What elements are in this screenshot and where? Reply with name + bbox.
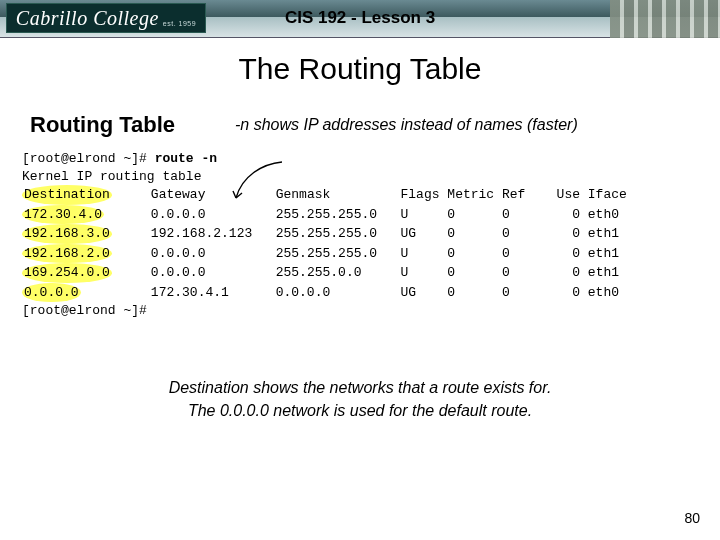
section-row: Routing Table -n shows IP addresses inst… xyxy=(30,112,690,138)
section-head: Routing Table xyxy=(30,112,175,138)
slide-body: The Routing Table Routing Table -n shows… xyxy=(0,38,720,422)
caption-block: Destination shows the networks that a ro… xyxy=(30,376,690,422)
flag-annotation: -n shows IP addresses instead of names (… xyxy=(235,116,578,134)
header-pillars-image xyxy=(610,0,720,38)
slide-title: The Routing Table xyxy=(30,52,690,86)
terminal-output: [root@elrond ~]# route -n Kernel IP rout… xyxy=(22,150,690,320)
route-row: 0.0.0.0 172.30.4.1 0.0.0.0 UG 0 0 0 eth0 xyxy=(22,285,619,300)
route-row: 192.168.3.0 192.168.2.123 255.255.255.0 … xyxy=(22,226,619,241)
page-number: 80 xyxy=(684,510,700,526)
col-headers: Destination Gateway Genmask Flags Metric… xyxy=(22,187,627,202)
college-logo: Cabrillo College est. 1959 xyxy=(6,3,206,33)
header-bar: Cabrillo College est. 1959 CIS 192 - Les… xyxy=(0,0,720,38)
prompt-line-2: [root@elrond ~]# xyxy=(22,303,147,318)
kernel-line: Kernel IP routing table xyxy=(22,169,201,184)
route-row: 172.30.4.0 0.0.0.0 255.255.255.0 U 0 0 0… xyxy=(22,207,619,222)
route-row: 169.254.0.0 0.0.0.0 255.255.0.0 U 0 0 0 … xyxy=(22,265,619,280)
logo-text: Cabrillo College xyxy=(16,7,159,30)
route-row: 192.168.2.0 0.0.0.0 255.255.255.0 U 0 0 … xyxy=(22,246,619,261)
route-command: route -n xyxy=(155,151,217,166)
prompt-line-1: [root@elrond ~]# route -n xyxy=(22,151,217,166)
dest-header: Destination xyxy=(22,185,112,205)
caption-line-1: Destination shows the networks that a ro… xyxy=(169,379,552,396)
logo-est: est. 1959 xyxy=(163,20,196,27)
caption-line-2: The 0.0.0.0 network is used for the defa… xyxy=(188,402,532,419)
